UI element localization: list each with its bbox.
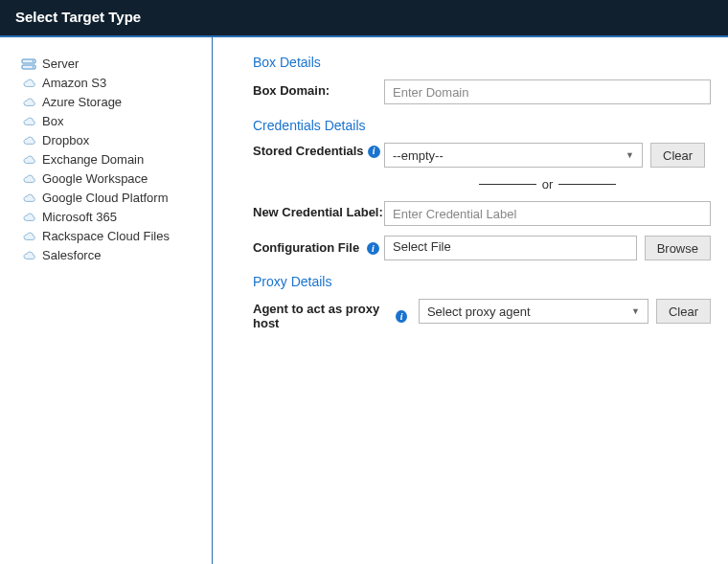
cloud-icon (21, 192, 36, 204)
cloud-icon (21, 212, 36, 223)
new-credential-input[interactable] (384, 201, 711, 226)
cloud-icon (21, 173, 36, 185)
sidebar-item-label: Amazon S3 (42, 75, 106, 92)
sidebar-item-label: Box (42, 113, 63, 130)
cloud-icon (21, 78, 36, 89)
sidebar-item-exchange-domain[interactable]: Exchange Domain (21, 150, 204, 169)
chevron-down-icon: ▼ (626, 150, 634, 160)
svg-point-2 (33, 60, 34, 62)
browse-button[interactable]: Browse (645, 236, 711, 260)
sidebar-item-dropbox[interactable]: Dropbox (21, 131, 204, 150)
clear-stored-credentials-button[interactable]: Clear (650, 143, 705, 168)
clear-proxy-button[interactable]: Clear (656, 299, 711, 324)
dialog-body: ServerAmazon S3Azure StorageBoxDropboxEx… (0, 37, 728, 564)
config-file-input[interactable]: Select File (384, 236, 637, 260)
cloud-icon (21, 154, 36, 166)
sidebar-item-label: Server (42, 56, 79, 73)
sidebar-item-label: Dropbox (42, 132, 89, 149)
proxy-agent-dropdown[interactable]: Select proxy agent ▼ (419, 299, 648, 324)
label-box-domain: Box Domain: (253, 79, 384, 100)
sidebar-item-azure-storage[interactable]: Azure Storage (21, 93, 204, 112)
svg-point-3 (33, 66, 34, 68)
sidebar-item-label: Google Cloud Platform (42, 190, 169, 207)
sidebar-item-google-cloud-platform[interactable]: Google Cloud Platform (21, 189, 204, 208)
label-config-file: Configuration File i (253, 236, 384, 257)
row-proxy-agent: Agent to act as proxy host i Select prox… (253, 299, 711, 330)
sidebar-item-label: Rackspace Cloud Files (42, 228, 170, 245)
sidebar-item-amazon-s3[interactable]: Amazon S3 (21, 74, 204, 93)
divider-line (479, 184, 536, 185)
cloud-icon (21, 250, 36, 261)
section-title-credentials: Credentials Details (253, 118, 711, 133)
sidebar-item-salesforce[interactable]: Salesforce (21, 246, 204, 265)
sidebar-item-label: Microsoft 365 (42, 209, 117, 226)
cloud-icon (21, 231, 36, 242)
divider-line (558, 184, 616, 185)
info-icon[interactable]: i (367, 242, 379, 255)
sidebar-item-rackspace-cloud-files[interactable]: Rackspace Cloud Files (21, 227, 204, 246)
stored-credentials-value: --empty-- (393, 148, 444, 163)
row-config-file: Configuration File i Select File Browse (253, 236, 711, 260)
cloud-icon (21, 116, 36, 127)
label-stored-credentials: Stored Credentials i (253, 143, 384, 160)
stored-credentials-dropdown[interactable]: --empty-- ▼ (384, 143, 643, 168)
main-panel: Box Details Box Domain: Credentials Deta… (213, 37, 728, 564)
server-icon (21, 58, 36, 70)
row-box-domain: Box Domain: (253, 79, 711, 104)
box-domain-input[interactable] (384, 79, 711, 104)
chevron-down-icon: ▼ (631, 306, 640, 316)
sidebar-item-label: Salesforce (42, 247, 101, 264)
info-icon[interactable]: i (368, 146, 380, 158)
sidebar-item-microsoft-365[interactable]: Microsoft 365 (21, 208, 204, 227)
or-divider: or (384, 177, 711, 192)
row-stored-credentials: Stored Credentials i --empty-- ▼ Clear (253, 143, 711, 168)
sidebar-item-label: Azure Storage (42, 94, 122, 111)
cloud-icon (21, 135, 36, 147)
row-new-credential: New Credential Label: (253, 201, 711, 226)
label-new-credential: New Credential Label: (253, 201, 384, 221)
dialog-title: Select Target Type (15, 9, 141, 25)
info-icon[interactable]: i (396, 310, 407, 323)
proxy-agent-value: Select proxy agent (427, 305, 531, 319)
sidebar-item-label: Exchange Domain (42, 151, 144, 169)
section-title-proxy: Proxy Details (253, 274, 711, 289)
dialog-header: Select Target Type (0, 0, 728, 37)
or-label: or (542, 177, 554, 192)
section-title-box-details: Box Details (253, 55, 711, 70)
cloud-icon (21, 97, 36, 108)
target-type-sidebar: ServerAmazon S3Azure StorageBoxDropboxEx… (0, 37, 213, 564)
sidebar-item-box[interactable]: Box (21, 112, 204, 131)
sidebar-item-google-workspace[interactable]: Google Workspace (21, 169, 204, 189)
sidebar-item-server[interactable]: Server (21, 55, 204, 74)
sidebar-item-label: Google Workspace (42, 170, 148, 188)
label-proxy-agent: Agent to act as proxy host i (253, 299, 411, 330)
